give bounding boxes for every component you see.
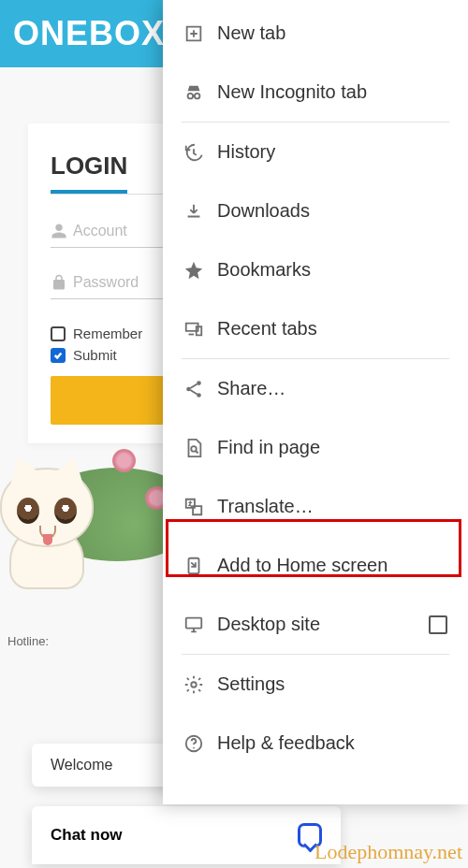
devices-icon [183,319,217,340]
menu-label: Desktop site [217,614,320,635]
menu-translate[interactable]: Translate… [163,477,468,536]
remember-label: Remember [73,326,142,341]
menu-recent-tabs[interactable]: Recent tabs [163,299,468,358]
menu-share[interactable]: Share… [163,359,468,418]
incognito-icon [183,82,217,103]
find-icon [183,438,217,458]
app-title: ONEBOX [13,14,165,53]
svg-point-10 [193,746,195,748]
menu-help[interactable]: Help & feedback [163,714,468,773]
menu-label: New Incognito tab [217,81,367,103]
menu-label: New tab [217,22,285,44]
menu-incognito[interactable]: New Incognito tab [163,63,468,122]
browser-menu: New tab New Incognito tab History Downlo… [163,0,468,804]
menu-history[interactable]: History [163,123,468,181]
checkbox-icon [429,615,447,634]
hotline-label: Hotline: [7,634,49,648]
menu-label: Find in page [217,437,320,458]
chat-label: Chat now [51,826,123,845]
account-placeholder: Account [73,223,127,239]
svg-point-1 [195,93,200,98]
menu-downloads[interactable]: Downloads [163,181,468,240]
menu-label: Downloads [217,200,310,222]
password-placeholder: Password [73,274,139,291]
menu-bookmarks[interactable]: Bookmarks [163,240,468,299]
submit-label: Submit [73,347,117,363]
history-icon [183,142,217,163]
gear-icon [183,674,217,695]
chat-now-card[interactable]: Chat now [32,806,341,864]
checkbox-icon [51,348,66,363]
menu-label: Help & feedback [217,732,355,754]
menu-label: Translate… [217,496,314,517]
menu-label: Bookmarks [217,259,311,281]
lock-icon [51,274,73,291]
login-title: LOGIN [51,152,127,194]
mascot-illustration [0,440,187,589]
checkbox-icon [51,326,66,341]
add-home-icon [183,556,217,576]
help-icon [183,733,217,754]
desktop-icon [183,615,217,635]
menu-label: Recent tabs [217,318,317,340]
menu-new-tab[interactable]: New tab [163,4,468,63]
download-icon [183,201,217,222]
welcome-text: Welcome [51,757,112,773]
menu-label: Settings [217,673,285,695]
menu-label: Share… [217,378,285,399]
plus-icon [183,23,217,44]
menu-label: History [217,141,275,163]
svg-point-8 [191,682,197,687]
watermark: Lodephomnay.net [314,840,462,864]
svg-rect-7 [186,617,202,628]
svg-point-0 [188,93,194,98]
menu-find[interactable]: Find in page [163,418,468,477]
share-icon [183,379,217,399]
menu-settings[interactable]: Settings [163,655,468,714]
menu-label: Add to Home screen [217,555,388,576]
menu-desktop-site[interactable]: Desktop site [163,595,468,654]
translate-icon [183,497,217,517]
star-icon [183,260,217,281]
menu-add-home[interactable]: Add to Home screen [163,536,468,595]
user-icon [51,223,73,239]
